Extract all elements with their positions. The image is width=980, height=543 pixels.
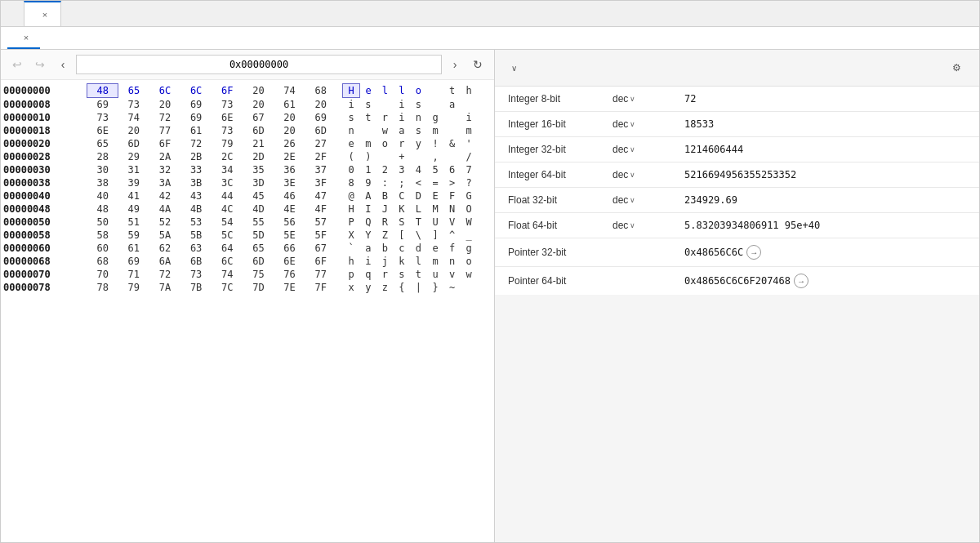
hex-cell[interactable]: 5B — [180, 229, 212, 242]
hex-cell[interactable]: 3A — [149, 176, 180, 189]
ascii-cell[interactable]: ` — [343, 242, 360, 255]
hex-cell[interactable]: 65 — [118, 84, 149, 98]
hex-cell[interactable]: 42 — [149, 189, 180, 203]
hex-cell[interactable]: 61 — [180, 124, 212, 137]
hex-cell[interactable]: 47 — [305, 189, 336, 203]
refresh-button[interactable]: ↻ — [468, 55, 488, 74]
hex-cell[interactable]: 48 — [87, 203, 118, 216]
next-address-button[interactable]: › — [445, 55, 465, 74]
ascii-cell[interactable]: 2 — [376, 163, 394, 176]
hex-cell[interactable]: 69 — [180, 98, 212, 112]
ascii-cell[interactable]: Q — [360, 216, 377, 229]
hex-cell[interactable]: 29 — [118, 150, 149, 163]
hex-cell[interactable]: 53 — [180, 216, 212, 229]
hex-cell[interactable]: 31 — [118, 163, 149, 176]
hex-cell[interactable]: 2A — [149, 150, 180, 163]
address-input[interactable] — [76, 55, 442, 74]
ascii-cell[interactable]: [ — [394, 229, 411, 242]
ascii-cell[interactable]: s — [360, 98, 377, 112]
ascii-cell[interactable]: _ — [461, 229, 478, 242]
hex-cell[interactable]: 73 — [87, 111, 118, 124]
ascii-cell[interactable]: 5 — [427, 163, 444, 176]
ascii-cell[interactable]: , — [427, 150, 444, 163]
ascii-cell[interactable]: + — [394, 150, 411, 163]
ascii-cell[interactable]: D — [410, 189, 427, 203]
ascii-cell[interactable]: r — [376, 111, 394, 124]
hex-cell[interactable]: 4D — [243, 203, 274, 216]
hex-cell[interactable]: 64 — [212, 242, 243, 255]
hex-cell[interactable]: 46 — [274, 189, 305, 203]
hex-cell[interactable]: 2B — [180, 150, 212, 163]
hex-cell[interactable]: 3F — [305, 176, 336, 189]
ascii-cell[interactable]: 1 — [360, 163, 377, 176]
hex-cell[interactable]: 4E — [274, 203, 305, 216]
ascii-cell[interactable]: 7 — [461, 163, 478, 176]
ascii-cell[interactable]: ( — [343, 150, 360, 163]
inspector-row-format[interactable]: dec ∨ — [612, 144, 678, 155]
ascii-cell[interactable]: L — [410, 203, 427, 216]
hex-cell[interactable]: 20 — [243, 84, 274, 98]
hex-cell[interactable]: 6C — [212, 255, 243, 268]
ascii-cell[interactable]: } — [427, 281, 444, 294]
ascii-cell[interactable]: o — [410, 84, 427, 98]
ascii-cell[interactable]: ) — [360, 150, 377, 163]
ascii-cell[interactable]: b — [376, 242, 394, 255]
sub-tab-memory[interactable]: × — [7, 27, 40, 49]
hex-cell[interactable]: 20 — [305, 98, 336, 112]
ascii-cell[interactable]: s — [343, 111, 360, 124]
hex-cell[interactable]: 6F — [212, 84, 243, 98]
ascii-cell[interactable]: ! — [427, 137, 444, 150]
hex-cell[interactable]: 56 — [274, 216, 305, 229]
hex-cell[interactable]: 75 — [243, 268, 274, 281]
hex-cell[interactable]: 35 — [243, 163, 274, 176]
ascii-cell[interactable]: d — [410, 242, 427, 255]
ascii-cell[interactable]: ; — [394, 176, 411, 189]
hex-cell[interactable]: 73 — [212, 124, 243, 137]
ascii-cell[interactable] — [443, 111, 461, 124]
inspector-row-format[interactable]: dec ∨ — [612, 194, 678, 206]
ascii-cell[interactable]: h — [343, 255, 360, 268]
ascii-cell[interactable]: 6 — [443, 163, 461, 176]
hex-cell[interactable]: 66 — [274, 242, 305, 255]
ascii-cell[interactable]: i — [343, 98, 360, 112]
hex-cell[interactable]: 6F — [305, 255, 336, 268]
hex-cell[interactable]: 7B — [180, 281, 212, 294]
add-tab-button[interactable] — [61, 4, 81, 24]
hex-cell[interactable]: 4C — [212, 203, 243, 216]
ascii-cell[interactable]: a — [394, 124, 411, 137]
ascii-cell[interactable]: Y — [360, 229, 377, 242]
ascii-cell[interactable]: e — [360, 84, 377, 98]
ascii-cell[interactable]: ] — [427, 229, 444, 242]
ascii-cell[interactable] — [443, 124, 461, 137]
hex-cell[interactable]: 59 — [118, 229, 149, 242]
hex-cell[interactable]: 54 — [212, 216, 243, 229]
ascii-cell[interactable]: f — [443, 242, 461, 255]
ascii-cell[interactable]: 8 — [343, 176, 360, 189]
hex-cell[interactable]: 6E — [274, 255, 305, 268]
inspector-settings-button[interactable]: ⚙ — [947, 58, 966, 78]
inspector-row-format[interactable]: dec ∨ — [612, 220, 678, 231]
ascii-cell[interactable] — [427, 84, 444, 98]
hex-cell[interactable]: 38 — [87, 176, 118, 189]
prev-address-button[interactable]: ‹ — [53, 55, 73, 74]
ascii-cell[interactable]: z — [376, 281, 394, 294]
hex-cell[interactable]: 63 — [180, 242, 212, 255]
ascii-cell[interactable] — [360, 124, 377, 137]
hex-cell[interactable]: 73 — [180, 268, 212, 281]
hex-cell[interactable]: 65 — [243, 242, 274, 255]
redo-button[interactable]: ↪ — [30, 55, 50, 74]
hex-cell[interactable]: 71 — [118, 268, 149, 281]
hex-cell[interactable]: 39 — [118, 176, 149, 189]
hex-cell[interactable]: 6E — [87, 124, 118, 137]
hex-cell[interactable]: 7A — [149, 281, 180, 294]
hex-cell[interactable]: 5E — [274, 229, 305, 242]
ascii-cell[interactable]: M — [427, 203, 444, 216]
hex-cell[interactable]: 6C — [149, 84, 180, 98]
ascii-cell[interactable]: @ — [343, 189, 360, 203]
hex-cell[interactable]: 77 — [149, 124, 180, 137]
tab-console[interactable] — [4, 1, 24, 26]
inspector-row-format[interactable]: dec ∨ — [612, 118, 678, 130]
ascii-cell[interactable]: i — [394, 111, 411, 124]
ascii-cell[interactable] — [376, 150, 394, 163]
ascii-cell[interactable]: : — [376, 176, 394, 189]
